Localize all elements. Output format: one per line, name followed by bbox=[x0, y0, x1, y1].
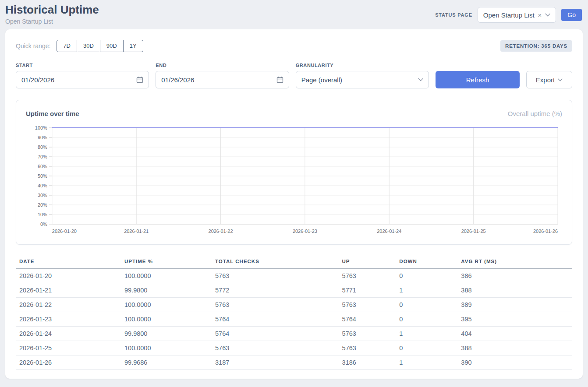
svg-text:100%: 100% bbox=[35, 125, 47, 130]
table-cell: 0 bbox=[396, 341, 457, 355]
status-page-label: STATUS PAGE bbox=[435, 12, 472, 18]
table-cell: 5771 bbox=[339, 283, 396, 298]
table-cell: 1 bbox=[396, 283, 457, 298]
table-cell: 0 bbox=[396, 312, 457, 327]
table-cell: 388 bbox=[457, 283, 572, 298]
svg-text:2026-01-26: 2026-01-26 bbox=[533, 229, 558, 234]
filter-row: START 01/20/2026 END 01/26/2026 GRANULAR… bbox=[16, 63, 572, 88]
table-row: 2026-01-24 99.9800 5764 5763 1 404 bbox=[16, 327, 572, 341]
chevron-down-icon bbox=[558, 78, 563, 81]
table-cell: 5764 bbox=[339, 312, 396, 327]
table-cell: 0 bbox=[396, 269, 457, 283]
topbar-row: Quick range: 7D 30D 90D 1Y RETENTION: 36… bbox=[16, 40, 572, 52]
table-cell: 100.0000 bbox=[121, 341, 212, 355]
quick-range-group: 7D 30D 90D 1Y bbox=[57, 40, 143, 52]
start-label: START bbox=[16, 63, 149, 68]
table-cell: 5772 bbox=[212, 283, 339, 298]
svg-text:2026-01-24: 2026-01-24 bbox=[377, 229, 401, 234]
calendar-icon[interactable] bbox=[276, 76, 283, 83]
calendar-icon[interactable] bbox=[136, 76, 143, 83]
svg-text:20%: 20% bbox=[38, 202, 47, 208]
start-date-field: START 01/20/2026 bbox=[16, 63, 149, 88]
quick-range-7d[interactable]: 7D bbox=[57, 40, 77, 52]
table-cell: 5763 bbox=[339, 269, 396, 283]
table-cell: 2026-01-23 bbox=[16, 312, 121, 327]
table-cell: 100.0000 bbox=[121, 298, 212, 312]
uptime-table: DATE UPTIME % TOTAL CHECKS UP DOWN AVG R… bbox=[16, 256, 572, 370]
table-cell: 5763 bbox=[212, 298, 339, 312]
table-cell: 395 bbox=[457, 312, 572, 327]
export-button[interactable]: Export bbox=[526, 71, 572, 88]
table-body: 2026-01-20 100.0000 5763 5763 0 386 2026… bbox=[16, 269, 572, 370]
svg-text:2026-01-23: 2026-01-23 bbox=[293, 229, 317, 234]
uptime-chart-card: Uptime over time Overall uptime (%) 0%10… bbox=[16, 100, 572, 245]
column-header-up: UP bbox=[339, 256, 396, 269]
table-row: 2026-01-21 99.9800 5772 5771 1 388 bbox=[16, 283, 572, 298]
quick-range-30d[interactable]: 30D bbox=[77, 40, 100, 52]
chevron-down-icon bbox=[545, 13, 550, 17]
page-header: Historical Uptime Open Startup List STAT… bbox=[0, 0, 588, 29]
svg-text:2026-01-22: 2026-01-22 bbox=[209, 229, 233, 234]
column-header-down: DOWN bbox=[396, 256, 457, 269]
svg-text:2026-01-20: 2026-01-20 bbox=[52, 229, 77, 234]
table-row: 2026-01-23 100.0000 5764 5764 0 395 bbox=[16, 312, 572, 327]
chevron-down-icon bbox=[418, 78, 423, 81]
go-button[interactable]: Go bbox=[561, 9, 582, 21]
table-cell: 5764 bbox=[212, 312, 339, 327]
table-cell: 404 bbox=[457, 327, 572, 341]
table-cell: 100.0000 bbox=[121, 312, 212, 327]
svg-text:80%: 80% bbox=[38, 144, 47, 150]
end-label: END bbox=[156, 63, 289, 68]
svg-text:40%: 40% bbox=[38, 183, 47, 188]
column-header-checks: TOTAL CHECKS bbox=[212, 256, 339, 269]
table-cell: 1 bbox=[396, 355, 457, 370]
table-cell: 3187 bbox=[212, 355, 339, 370]
svg-text:0%: 0% bbox=[40, 222, 47, 227]
end-date-field: END 01/26/2026 bbox=[156, 63, 289, 88]
retention-badge: RETENTION: 365 DAYS bbox=[500, 40, 572, 52]
status-page-select[interactable]: Open Startup List × bbox=[478, 7, 556, 23]
table-cell: 99.9800 bbox=[121, 327, 212, 341]
title-block: Historical Uptime Open Startup List bbox=[5, 4, 99, 25]
status-page-selected-value: Open Startup List bbox=[483, 11, 535, 19]
table-cell: 389 bbox=[457, 298, 572, 312]
end-date-value: 01/26/2026 bbox=[161, 76, 194, 84]
table-cell: 2026-01-24 bbox=[16, 327, 121, 341]
start-date-input[interactable]: 01/20/2026 bbox=[16, 71, 149, 88]
table-cell: 0 bbox=[396, 298, 457, 312]
granularity-label: GRANULARITY bbox=[296, 63, 429, 68]
svg-text:70%: 70% bbox=[38, 154, 47, 159]
table-cell: 5764 bbox=[212, 327, 339, 341]
granularity-select[interactable]: Page (overall) bbox=[296, 71, 429, 88]
table-cell: 390 bbox=[457, 355, 572, 370]
refresh-button[interactable]: Refresh bbox=[436, 71, 520, 88]
quick-range-1y[interactable]: 1Y bbox=[123, 40, 143, 52]
table-cell: 100.0000 bbox=[121, 269, 212, 283]
quick-range-90d[interactable]: 90D bbox=[100, 40, 124, 52]
table-cell: 99.9686 bbox=[121, 355, 212, 370]
table-row: 2026-01-26 99.9686 3187 3186 1 390 bbox=[16, 355, 572, 370]
svg-text:30%: 30% bbox=[38, 193, 47, 198]
statuspage-group: STATUS PAGE Open Startup List × Go bbox=[435, 7, 582, 23]
table-cell: 5763 bbox=[339, 341, 396, 355]
svg-text:90%: 90% bbox=[38, 135, 47, 140]
table-row: 2026-01-20 100.0000 5763 5763 0 386 bbox=[16, 269, 572, 283]
column-header-date: DATE bbox=[16, 256, 121, 269]
chart-header: Uptime over time Overall uptime (%) bbox=[26, 110, 562, 117]
svg-text:2026-01-21: 2026-01-21 bbox=[124, 229, 149, 234]
svg-text:60%: 60% bbox=[38, 164, 47, 169]
table-cell: 388 bbox=[457, 341, 572, 355]
main-card: Quick range: 7D 30D 90D 1Y RETENTION: 36… bbox=[5, 29, 583, 379]
table-row: 2026-01-25 100.0000 5763 5763 0 388 bbox=[16, 341, 572, 355]
table-cell: 5763 bbox=[212, 341, 339, 355]
table-cell: 5763 bbox=[339, 327, 396, 341]
page-subtitle: Open Startup List bbox=[5, 18, 99, 25]
table-cell: 99.9800 bbox=[121, 283, 212, 298]
end-date-input[interactable]: 01/26/2026 bbox=[156, 71, 289, 88]
svg-text:50%: 50% bbox=[38, 173, 47, 179]
clear-icon[interactable]: × bbox=[538, 11, 542, 19]
svg-text:2026-01-25: 2026-01-25 bbox=[461, 229, 486, 234]
table-cell: 5763 bbox=[212, 269, 339, 283]
table-cell: 3186 bbox=[339, 355, 396, 370]
table-cell: 2026-01-20 bbox=[16, 269, 121, 283]
